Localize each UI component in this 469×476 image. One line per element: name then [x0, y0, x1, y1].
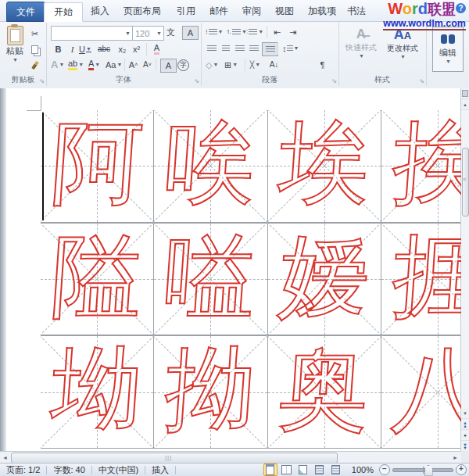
grid-cell[interactable]: 八: [381, 335, 461, 449]
show-hide-marks-button[interactable]: ¶: [317, 59, 328, 71]
shrink-font-button[interactable]: A˅: [141, 59, 153, 71]
scroll-right-button[interactable]: ►: [450, 452, 460, 463]
tab-review[interactable]: 审阅: [233, 2, 270, 20]
tab-calligraphy[interactable]: 书法: [338, 2, 375, 20]
chevron-down-icon[interactable]: ▼: [218, 27, 224, 38]
horizontal-scroll-thumb[interactable]: [11, 453, 338, 463]
scroll-left-button[interactable]: ◄: [0, 452, 10, 463]
font-name-combobox[interactable]: ▼: [51, 26, 133, 41]
styles-dialog-launcher-icon[interactable]: ⇘: [419, 78, 424, 84]
zoom-in-button[interactable]: +: [456, 464, 467, 475]
increase-indent-button[interactable]: ⇥: [287, 26, 299, 38]
font-size-combobox[interactable]: 120 ▼: [132, 26, 164, 41]
grow-font-button[interactable]: A˄: [127, 59, 139, 71]
vertical-scroll-track[interactable]: [461, 110, 469, 408]
tab-references[interactable]: 引用: [167, 2, 205, 20]
chevron-down-icon[interactable]: ▼: [116, 59, 122, 70]
bullets-button[interactable]: ⁝▼: [206, 26, 223, 38]
select-browse-object-button[interactable]: ●: [461, 430, 469, 441]
character-border-button[interactable]: A: [182, 26, 199, 40]
phonetic-guide-button[interactable]: 文: [165, 26, 177, 38]
italic-button[interactable]: I: [66, 43, 78, 55]
zoom-out-button[interactable]: −: [379, 464, 390, 475]
clipboard-dialog-launcher-icon[interactable]: ⇘: [39, 78, 45, 84]
grid-cell[interactable]: 拗: [153, 335, 267, 449]
grid-cell[interactable]: 唉: [153, 110, 267, 223]
format-painter-button[interactable]: [29, 59, 41, 71]
bold-button[interactable]: B: [52, 43, 64, 55]
distribute-button[interactable]: [262, 42, 278, 56]
justify-button[interactable]: [248, 42, 260, 55]
zoom-level[interactable]: 100%: [352, 465, 374, 474]
underline-button[interactable]: U▼: [79, 43, 91, 55]
chevron-down-icon[interactable]: ▼: [156, 30, 162, 36]
word-count[interactable]: 字数: 40: [47, 464, 91, 476]
zoom-slider-track[interactable]: [392, 468, 453, 472]
chevron-down-icon[interactable]: ▼: [255, 59, 260, 70]
strikethrough-button[interactable]: abc: [98, 43, 110, 55]
align-right-button[interactable]: [234, 42, 245, 55]
change-styles-button[interactable]: AA 更改样式 ▼: [382, 27, 423, 59]
chevron-down-icon[interactable]: ▼: [78, 59, 84, 70]
tab-page-layout[interactable]: 页面布局: [114, 2, 170, 20]
font-color-button[interactable]: A▼: [88, 59, 100, 71]
horizontal-scrollbar[interactable]: ◄ ►: [0, 451, 469, 463]
tab-view[interactable]: 视图: [266, 2, 303, 20]
editing-button[interactable]: 编辑 ▼: [432, 27, 464, 72]
borders-button[interactable]: ⊞▼: [224, 59, 238, 71]
multilevel-list-button[interactable]: ⁚▼: [246, 26, 263, 38]
quick-styles-button[interactable]: A̶ 快速样式 ▼: [342, 27, 381, 59]
chevron-down-icon[interactable]: ▼: [86, 44, 91, 55]
vertical-scroll-thumb[interactable]: [462, 148, 469, 217]
superscript-button[interactable]: x²: [131, 43, 142, 55]
view-outline-button[interactable]: [313, 463, 327, 476]
view-print-layout-button[interactable]: [263, 463, 277, 476]
font-dialog-launcher-icon[interactable]: ⇘: [194, 78, 199, 84]
copy-button[interactable]: [29, 43, 41, 55]
grid-cell[interactable]: 埃: [267, 110, 381, 223]
next-page-button[interactable]: ▼ ▼: [461, 441, 469, 451]
chevron-down-icon[interactable]: ▼: [258, 27, 263, 38]
chevron-down-icon[interactable]: ▼: [294, 43, 299, 54]
shading-button[interactable]: ◇▼: [206, 59, 218, 71]
scroll-down-button[interactable]: ▼: [461, 408, 469, 419]
line-spacing-button[interactable]: ↕▼: [282, 42, 299, 55]
view-web-layout-button[interactable]: [296, 463, 310, 476]
change-case-button[interactable]: Aa▼: [106, 59, 122, 71]
chevron-down-icon[interactable]: ▼: [59, 59, 64, 70]
subscript-button[interactable]: x₂: [116, 43, 128, 55]
view-draft-button[interactable]: [329, 463, 343, 476]
previous-page-button[interactable]: ▲ ▲: [461, 419, 469, 430]
insert-mode-indicator[interactable]: 插入: [145, 464, 175, 476]
scroll-up-button[interactable]: ▲: [461, 99, 469, 110]
align-center-button[interactable]: [220, 42, 231, 55]
grid-cell[interactable]: 嫒: [267, 223, 381, 336]
document-canvas[interactable]: 阿 唉 埃 挨 隘 嗌 嫒 捱 坳 拗 奥 八: [0, 88, 461, 451]
grid-cell[interactable]: 挨: [381, 110, 461, 223]
paragraph-dialog-launcher-icon[interactable]: ⇘: [331, 78, 337, 84]
grid-cell[interactable]: 阿: [41, 110, 154, 223]
grid-cell[interactable]: 嗌: [153, 223, 267, 336]
tab-insert[interactable]: 插入: [81, 2, 119, 20]
paste-button[interactable]: 粘贴 ▼: [3, 26, 27, 63]
vertical-scrollbar[interactable]: ▲ ▼ ▲ ▲ ● ▼ ▼: [460, 88, 469, 451]
sort-button[interactable]: A↓: [268, 59, 280, 71]
text-effects-button[interactable]: A▼: [51, 59, 64, 71]
chevron-down-icon[interactable]: ▼: [95, 59, 100, 70]
grid-cell[interactable]: 奥: [267, 335, 381, 449]
tab-file[interactable]: 文件: [6, 2, 45, 22]
language-indicator[interactable]: 中文(中国): [92, 464, 145, 476]
clear-formatting-button[interactable]: A: [151, 43, 163, 55]
tab-home[interactable]: 开始: [44, 2, 83, 22]
align-left-button[interactable]: [206, 42, 217, 55]
enclose-characters-button[interactable]: 字: [177, 59, 189, 71]
chevron-down-icon[interactable]: ▼: [232, 59, 238, 70]
grid-cell[interactable]: 坳: [41, 335, 154, 449]
numbering-button[interactable]: ⒈▼: [226, 26, 247, 38]
grid-cell[interactable]: 捱: [381, 223, 461, 336]
chevron-down-icon[interactable]: ▼: [125, 30, 131, 36]
ruler-toggle-button[interactable]: [461, 88, 469, 99]
chevron-down-icon[interactable]: ▼: [213, 59, 218, 70]
zoom-slider-thumb[interactable]: [424, 465, 433, 476]
decrease-indent-button[interactable]: ⇤: [271, 26, 283, 38]
